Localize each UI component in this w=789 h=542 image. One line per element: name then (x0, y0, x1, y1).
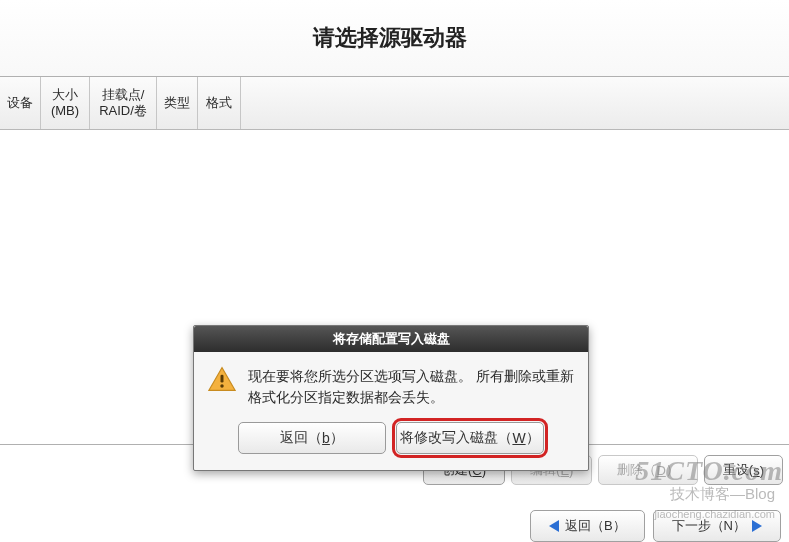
warning-icon (208, 366, 236, 392)
col-type[interactable]: 类型 (157, 77, 198, 129)
dialog-actions: 返回（b） 将修改写入磁盘（W） (194, 414, 588, 470)
dialog-write-hotkey: W (512, 430, 525, 446)
col-mount[interactable]: 挂载点/ RAID/卷 (90, 77, 157, 129)
page-title: 请选择源驱动器 (313, 23, 467, 53)
nav-back-tail: ） (613, 518, 626, 533)
nav-back-label: 返回（ (565, 518, 604, 533)
reset-label: 重设( (723, 461, 753, 479)
partition-table-body: 将存储配置写入磁盘 现在要将您所选分区选项写入磁盘。 所有删除或重新格式化分区指… (0, 130, 789, 445)
nav-back-hotkey: B (604, 518, 613, 533)
nav-next-button[interactable]: 下一步（N） (653, 510, 781, 542)
svg-point-2 (220, 384, 224, 388)
nav-next-tail: ） (733, 518, 746, 533)
dialog-back-hotkey: b (322, 430, 330, 446)
col-format[interactable]: 格式 (198, 77, 241, 129)
arrow-right-icon (752, 520, 762, 532)
delete-tail: ） (666, 461, 679, 479)
col-size[interactable]: 大小 (MB) (41, 77, 90, 129)
table-column-headers: 设备 大小 (MB) 挂载点/ RAID/卷 类型 格式 (0, 77, 789, 130)
dialog-message: 现在要将您所选分区选项写入磁盘。 所有删除或重新格式化分区指定数据都会丢失。 (248, 366, 574, 408)
dialog-back-tail: ） (330, 429, 344, 447)
write-config-dialog: 将存储配置写入磁盘 现在要将您所选分区选项写入磁盘。 所有删除或重新格式化分区指… (193, 325, 589, 471)
nav-next-hotkey: N (724, 518, 733, 533)
dialog-body: 现在要将您所选分区选项写入磁盘。 所有删除或重新格式化分区指定数据都会丢失。 (194, 352, 588, 414)
dialog-write-tail: ） (526, 429, 540, 447)
wizard-nav-row: 返回（B） 下一步（N） (0, 499, 789, 542)
delete-hotkey: D (656, 463, 665, 478)
reset-tail: ) (760, 463, 764, 478)
delete-label: 删除（ (617, 461, 656, 479)
dialog-write-button[interactable]: 将修改写入磁盘（W） (396, 422, 544, 454)
delete-button[interactable]: 删除（D） (598, 455, 697, 485)
col-device[interactable]: 设备 (0, 77, 41, 129)
page-header: 请选择源驱动器 (0, 0, 789, 77)
dialog-back-label: 返回（ (280, 429, 322, 447)
reset-button[interactable]: 重设(s) (704, 455, 783, 485)
dialog-write-label: 将修改写入磁盘（ (400, 429, 512, 447)
dialog-title: 将存储配置写入磁盘 (194, 326, 588, 352)
dialog-back-button[interactable]: 返回（b） (238, 422, 386, 454)
nav-next-label: 下一步（ (672, 518, 724, 533)
svg-rect-1 (221, 375, 224, 383)
nav-back-button[interactable]: 返回（B） (530, 510, 645, 542)
arrow-left-icon (549, 520, 559, 532)
